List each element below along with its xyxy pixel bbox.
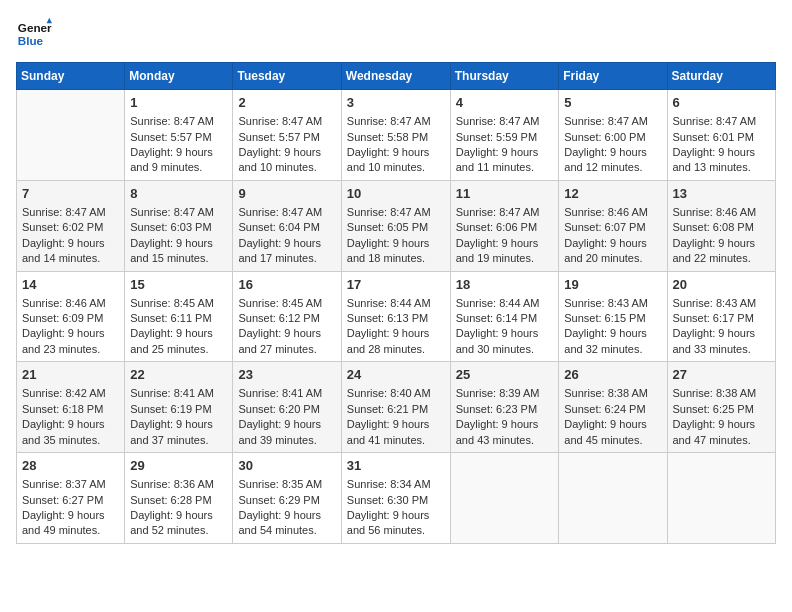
daylight-text: Daylight: 9 hours and 10 minutes. xyxy=(238,146,321,173)
calendar-table: SundayMondayTuesdayWednesdayThursdayFrid… xyxy=(16,62,776,544)
sunset-text: Sunset: 6:30 PM xyxy=(347,494,428,506)
daylight-text: Daylight: 9 hours and 17 minutes. xyxy=(238,237,321,264)
calendar-cell: 19Sunrise: 8:43 AMSunset: 6:15 PMDayligh… xyxy=(559,271,667,362)
calendar-week-row: 7Sunrise: 8:47 AMSunset: 6:02 PMDaylight… xyxy=(17,180,776,271)
sunset-text: Sunset: 6:21 PM xyxy=(347,403,428,415)
calendar-cell: 21Sunrise: 8:42 AMSunset: 6:18 PMDayligh… xyxy=(17,362,125,453)
daylight-text: Daylight: 9 hours and 39 minutes. xyxy=(238,418,321,445)
sunset-text: Sunset: 6:06 PM xyxy=(456,221,537,233)
sunset-text: Sunset: 6:27 PM xyxy=(22,494,103,506)
sunset-text: Sunset: 6:24 PM xyxy=(564,403,645,415)
sunrise-text: Sunrise: 8:34 AM xyxy=(347,478,431,490)
calendar-cell: 11Sunrise: 8:47 AMSunset: 6:06 PMDayligh… xyxy=(450,180,559,271)
day-number: 3 xyxy=(347,94,445,112)
sunset-text: Sunset: 6:15 PM xyxy=(564,312,645,324)
sunrise-text: Sunrise: 8:47 AM xyxy=(130,206,214,218)
sunset-text: Sunset: 6:01 PM xyxy=(673,131,754,143)
sunset-text: Sunset: 6:14 PM xyxy=(456,312,537,324)
sunrise-text: Sunrise: 8:40 AM xyxy=(347,387,431,399)
daylight-text: Daylight: 9 hours and 12 minutes. xyxy=(564,146,647,173)
sunrise-text: Sunrise: 8:37 AM xyxy=(22,478,106,490)
day-number: 8 xyxy=(130,185,227,203)
sunrise-text: Sunrise: 8:47 AM xyxy=(456,206,540,218)
daylight-text: Daylight: 9 hours and 49 minutes. xyxy=(22,509,105,536)
day-number: 27 xyxy=(673,366,771,384)
sunset-text: Sunset: 6:00 PM xyxy=(564,131,645,143)
sunset-text: Sunset: 6:20 PM xyxy=(238,403,319,415)
day-number: 12 xyxy=(564,185,661,203)
daylight-text: Daylight: 9 hours and 22 minutes. xyxy=(673,237,756,264)
calendar-cell: 14Sunrise: 8:46 AMSunset: 6:09 PMDayligh… xyxy=(17,271,125,362)
daylight-text: Daylight: 9 hours and 54 minutes. xyxy=(238,509,321,536)
calendar-day-header: Wednesday xyxy=(341,63,450,90)
daylight-text: Daylight: 9 hours and 27 minutes. xyxy=(238,327,321,354)
day-number: 4 xyxy=(456,94,554,112)
sunrise-text: Sunrise: 8:46 AM xyxy=(22,297,106,309)
calendar-week-row: 14Sunrise: 8:46 AMSunset: 6:09 PMDayligh… xyxy=(17,271,776,362)
sunrise-text: Sunrise: 8:42 AM xyxy=(22,387,106,399)
calendar-cell: 24Sunrise: 8:40 AMSunset: 6:21 PMDayligh… xyxy=(341,362,450,453)
calendar-cell xyxy=(667,453,776,544)
calendar-cell: 15Sunrise: 8:45 AMSunset: 6:11 PMDayligh… xyxy=(125,271,233,362)
sunset-text: Sunset: 5:57 PM xyxy=(238,131,319,143)
day-number: 16 xyxy=(238,276,335,294)
sunrise-text: Sunrise: 8:47 AM xyxy=(564,115,648,127)
sunset-text: Sunset: 6:17 PM xyxy=(673,312,754,324)
sunset-text: Sunset: 6:04 PM xyxy=(238,221,319,233)
calendar-cell: 3Sunrise: 8:47 AMSunset: 5:58 PMDaylight… xyxy=(341,90,450,181)
daylight-text: Daylight: 9 hours and 41 minutes. xyxy=(347,418,430,445)
calendar-day-header: Monday xyxy=(125,63,233,90)
daylight-text: Daylight: 9 hours and 52 minutes. xyxy=(130,509,213,536)
sunrise-text: Sunrise: 8:47 AM xyxy=(673,115,757,127)
calendar-cell: 1Sunrise: 8:47 AMSunset: 5:57 PMDaylight… xyxy=(125,90,233,181)
sunset-text: Sunset: 5:59 PM xyxy=(456,131,537,143)
sunset-text: Sunset: 6:12 PM xyxy=(238,312,319,324)
sunrise-text: Sunrise: 8:45 AM xyxy=(130,297,214,309)
sunrise-text: Sunrise: 8:45 AM xyxy=(238,297,322,309)
calendar-cell: 4Sunrise: 8:47 AMSunset: 5:59 PMDaylight… xyxy=(450,90,559,181)
daylight-text: Daylight: 9 hours and 18 minutes. xyxy=(347,237,430,264)
calendar-day-header: Sunday xyxy=(17,63,125,90)
calendar-cell xyxy=(17,90,125,181)
daylight-text: Daylight: 9 hours and 23 minutes. xyxy=(22,327,105,354)
day-number: 11 xyxy=(456,185,554,203)
sunset-text: Sunset: 6:11 PM xyxy=(130,312,211,324)
calendar-cell: 25Sunrise: 8:39 AMSunset: 6:23 PMDayligh… xyxy=(450,362,559,453)
day-number: 30 xyxy=(238,457,335,475)
sunset-text: Sunset: 6:23 PM xyxy=(456,403,537,415)
sunrise-text: Sunrise: 8:41 AM xyxy=(238,387,322,399)
day-number: 20 xyxy=(673,276,771,294)
day-number: 25 xyxy=(456,366,554,384)
calendar-day-header: Thursday xyxy=(450,63,559,90)
day-number: 31 xyxy=(347,457,445,475)
calendar-cell: 9Sunrise: 8:47 AMSunset: 6:04 PMDaylight… xyxy=(233,180,341,271)
day-number: 26 xyxy=(564,366,661,384)
calendar-day-header: Saturday xyxy=(667,63,776,90)
daylight-text: Daylight: 9 hours and 15 minutes. xyxy=(130,237,213,264)
sunrise-text: Sunrise: 8:46 AM xyxy=(564,206,648,218)
calendar-cell: 23Sunrise: 8:41 AMSunset: 6:20 PMDayligh… xyxy=(233,362,341,453)
daylight-text: Daylight: 9 hours and 30 minutes. xyxy=(456,327,539,354)
page-header: General Blue xyxy=(16,16,776,52)
calendar-header-row: SundayMondayTuesdayWednesdayThursdayFrid… xyxy=(17,63,776,90)
sunset-text: Sunset: 5:58 PM xyxy=(347,131,428,143)
sunset-text: Sunset: 5:57 PM xyxy=(130,131,211,143)
day-number: 1 xyxy=(130,94,227,112)
day-number: 13 xyxy=(673,185,771,203)
calendar-week-row: 21Sunrise: 8:42 AMSunset: 6:18 PMDayligh… xyxy=(17,362,776,453)
daylight-text: Daylight: 9 hours and 56 minutes. xyxy=(347,509,430,536)
sunrise-text: Sunrise: 8:38 AM xyxy=(564,387,648,399)
calendar-day-header: Friday xyxy=(559,63,667,90)
sunset-text: Sunset: 6:13 PM xyxy=(347,312,428,324)
logo-icon: General Blue xyxy=(16,16,52,52)
sunset-text: Sunset: 6:25 PM xyxy=(673,403,754,415)
calendar-cell: 18Sunrise: 8:44 AMSunset: 6:14 PMDayligh… xyxy=(450,271,559,362)
day-number: 19 xyxy=(564,276,661,294)
calendar-cell: 5Sunrise: 8:47 AMSunset: 6:00 PMDaylight… xyxy=(559,90,667,181)
calendar-cell: 22Sunrise: 8:41 AMSunset: 6:19 PMDayligh… xyxy=(125,362,233,453)
calendar-day-header: Tuesday xyxy=(233,63,341,90)
sunrise-text: Sunrise: 8:46 AM xyxy=(673,206,757,218)
day-number: 2 xyxy=(238,94,335,112)
daylight-text: Daylight: 9 hours and 19 minutes. xyxy=(456,237,539,264)
sunrise-text: Sunrise: 8:47 AM xyxy=(238,115,322,127)
